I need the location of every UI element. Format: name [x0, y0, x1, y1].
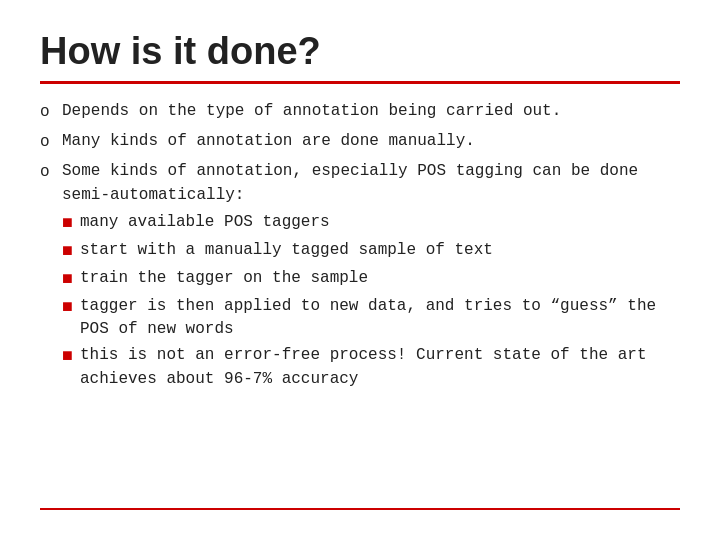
bottom-line: [40, 508, 680, 510]
outer-item-text-1: Depends on the type of annotation being …: [62, 100, 680, 123]
slide-title: How is it done?: [40, 30, 680, 73]
inner-item-text-3: train the tagger on the sample: [80, 267, 680, 290]
inner-bullet-4: ■: [62, 294, 80, 320]
inner-list: ■ many available POS taggers ■ start wit…: [62, 211, 680, 391]
list-item: o Some kinds of annotation, especially P…: [40, 160, 680, 393]
list-item: ■ this is not an error-free process! Cur…: [62, 344, 680, 390]
semi-auto-text: Some kinds of annotation, especially POS…: [62, 162, 638, 203]
inner-item-text-4: tagger is then applied to new data, and …: [80, 295, 680, 341]
list-item: ■ tagger is then applied to new data, an…: [62, 295, 680, 341]
inner-bullet-2: ■: [62, 238, 80, 264]
slide: How is it done? o Depends on the type of…: [0, 0, 720, 540]
outer-bullet-3: o: [40, 161, 62, 184]
title-underline: [40, 81, 680, 84]
inner-item-text-2: start with a manually tagged sample of t…: [80, 239, 680, 262]
slide-content: o Depends on the type of annotation bein…: [40, 100, 680, 508]
inner-bullet-5: ■: [62, 343, 80, 369]
outer-bullet-1: o: [40, 101, 62, 124]
outer-bullet-2: o: [40, 131, 62, 154]
inner-bullet-3: ■: [62, 266, 80, 292]
list-item: ■ many available POS taggers: [62, 211, 680, 236]
list-item: ■ start with a manually tagged sample of…: [62, 239, 680, 264]
outer-list: o Depends on the type of annotation bein…: [40, 100, 680, 400]
inner-bullet-1: ■: [62, 210, 80, 236]
list-item: o Depends on the type of annotation bein…: [40, 100, 680, 124]
list-item: o Many kinds of annotation are done manu…: [40, 130, 680, 154]
list-item: ■ train the tagger on the sample: [62, 267, 680, 292]
inner-item-text-5: this is not an error-free process! Curre…: [80, 344, 680, 390]
outer-item-text-3: Some kinds of annotation, especially POS…: [62, 160, 680, 393]
inner-item-text-1: many available POS taggers: [80, 211, 680, 234]
outer-item-text-2: Many kinds of annotation are done manual…: [62, 130, 680, 153]
